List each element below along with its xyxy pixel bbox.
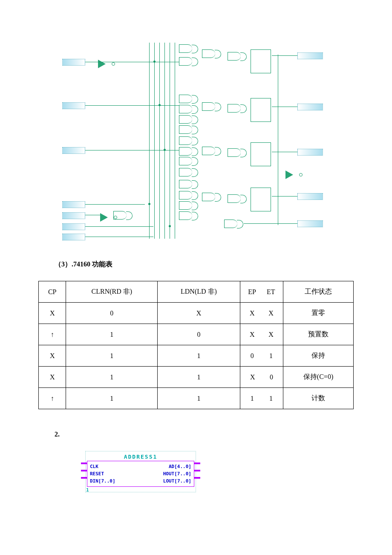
flipflop-icon	[251, 98, 271, 122]
or-gate-icon	[228, 194, 241, 203]
table-row: ↑10XX预置数	[39, 324, 354, 345]
and-gate-icon	[113, 211, 127, 220]
table-row: X0XXX置零	[39, 303, 354, 324]
output-port	[297, 193, 323, 200]
pin-din: DIN[7..0]	[90, 478, 115, 484]
output-port	[297, 104, 323, 110]
output-port	[297, 52, 323, 59]
pin-connector-icon	[81, 476, 87, 480]
and-gate-icon	[179, 147, 192, 156]
table-row: ↑1111计数	[39, 388, 354, 409]
col-ep-et: EPET	[240, 281, 283, 303]
input-port	[62, 59, 85, 66]
inverter-icon	[285, 171, 293, 179]
pin-connector-icon	[194, 462, 200, 465]
or-gate-icon	[202, 49, 215, 58]
pin-connector-icon	[194, 469, 200, 472]
and-gate-icon	[179, 95, 192, 103]
function-table: CP CLRN(RD 非) LDN(LD 非) EPET 工作状态 X0XXX置…	[38, 281, 354, 409]
input-port	[62, 223, 85, 230]
and-gate-icon	[179, 191, 192, 199]
pin-connector-icon	[194, 476, 200, 480]
and-gate-icon	[179, 211, 192, 220]
col-state: 工作状态	[283, 281, 354, 303]
or-gate-icon	[202, 102, 215, 111]
pin-clk: CLK	[90, 464, 98, 469]
section-number: 2.	[55, 431, 337, 438]
inverter-icon	[98, 60, 106, 68]
or-gate-icon	[228, 52, 241, 61]
pin-hout: HOUT[7..0]	[163, 471, 191, 477]
input-port	[62, 212, 85, 219]
and-gate-icon	[179, 168, 192, 176]
table-header-row: CP CLRN(RD 非) LDN(LD 非) EPET 工作状态	[39, 281, 354, 303]
pin-lout: LOUT[7..0]	[163, 478, 191, 484]
or-gate-icon	[202, 147, 215, 155]
and-gate-icon	[179, 180, 192, 188]
and-gate-icon	[179, 125, 192, 134]
section-heading: （3）.74160 功能表	[55, 260, 337, 269]
pin-connector-icon	[81, 462, 87, 465]
flipflop-icon	[251, 142, 271, 166]
pin-ad: AD[4..0]	[169, 464, 191, 469]
col-ldn: LDN(LD 非)	[158, 281, 240, 303]
col-cp: CP	[39, 281, 66, 303]
pin-reset: RESET	[90, 471, 104, 477]
or-gate-icon	[228, 104, 241, 113]
and-gate-icon	[179, 105, 192, 113]
module-block: ADDRESS1 CLKAD[4..0] RESETHOUT[7..0] DIN…	[85, 451, 196, 492]
input-port	[62, 147, 85, 154]
block-title: ADDRESS1	[87, 453, 194, 461]
and-gate-icon	[224, 220, 237, 228]
flipflop-icon	[251, 49, 271, 73]
pin-connector-icon	[81, 469, 87, 472]
and-gate-icon	[179, 44, 192, 53]
circuit-schematic	[55, 43, 337, 247]
output-port	[297, 149, 323, 156]
and-gate-icon	[179, 115, 192, 124]
inverter-icon	[100, 213, 108, 222]
or-gate-icon	[202, 193, 215, 201]
input-port	[62, 234, 85, 240]
input-port	[62, 102, 85, 109]
flipflop-icon	[251, 188, 271, 211]
block-index: 1	[86, 487, 89, 493]
and-gate-icon	[179, 157, 192, 165]
and-gate-icon	[179, 136, 192, 145]
and-gate-icon	[179, 57, 192, 66]
and-gate-icon	[179, 201, 192, 210]
output-port	[297, 220, 323, 227]
table-row: X11X0保持(C=0)	[39, 367, 354, 388]
input-port	[62, 201, 85, 208]
or-gate-icon	[228, 148, 241, 157]
table-row: X1101保持	[39, 345, 354, 367]
col-clrn: CLRN(RD 非)	[66, 281, 158, 303]
